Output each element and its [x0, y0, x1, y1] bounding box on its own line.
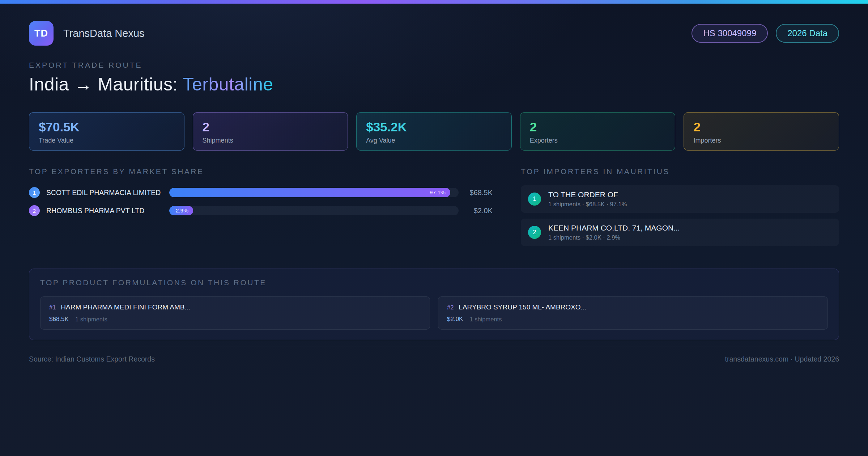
exporter-row[interactable]: 2 RHOMBUS PHARMA PVT LTD 2.9% $2.0K: [29, 203, 493, 218]
importer-meta: 1 shipments · $2.0K · 2.9%: [548, 234, 680, 241]
exporters-section: TOP EXPORTERS BY MARKET SHARE 1 SCOTT ED…: [29, 167, 493, 221]
formulations-heading: TOP PRODUCT FORMULATIONS ON THIS ROUTE: [40, 278, 828, 287]
stat-card-importers: 2 Importers: [684, 112, 839, 151]
importers-section: TOP IMPORTERS IN MAURITIUS 1 TO THE ORDE…: [521, 167, 839, 252]
exporter-name: SCOTT EDIL PHARMACIA LIMITED: [46, 189, 169, 197]
rank-badge: 1: [29, 187, 40, 198]
exporter-row[interactable]: 1 SCOTT EDIL PHARMACIA LIMITED 97.1% $68…: [29, 185, 493, 200]
market-share-percent: 2.9%: [176, 207, 193, 214]
exporter-name: RHOMBUS PHARMA PVT LTD: [46, 207, 169, 215]
stat-label: Trade Value: [39, 137, 175, 144]
formulation-card-title-row: #1 HARM PHARMA MEDI FINI FORM AMB...: [49, 303, 421, 311]
importers-list: 1 TO THE ORDER OF 1 shipments · $68.5K ·…: [521, 185, 839, 246]
page-container: TD TransData Nexus HS 30049099 2026 Data…: [0, 21, 868, 363]
importer-card[interactable]: 1 TO THE ORDER OF 1 shipments · $68.5K ·…: [521, 185, 839, 213]
rank-badge: 2: [528, 226, 541, 239]
importer-name: TO THE ORDER OF: [548, 190, 627, 199]
stat-card-avg-value: $35.2K Avg Value: [356, 112, 512, 151]
app-logo: TD: [29, 21, 54, 46]
market-share-bar-track: 97.1%: [169, 188, 459, 197]
stat-label: Exporters: [530, 137, 666, 144]
market-share-bar-fill: 97.1%: [169, 188, 450, 197]
formulations-cards: #1 HARM PHARMA MEDI FINI FORM AMB... $68…: [40, 296, 828, 330]
market-share-bar-fill: 2.9%: [169, 206, 193, 215]
brand-name: TransData Nexus: [63, 28, 145, 39]
stat-value: 2: [530, 120, 666, 134]
market-share-percent: 97.1%: [430, 189, 450, 196]
market-share-bar-track: 2.9%: [169, 206, 459, 215]
formulation-shipments: 1 shipments: [75, 316, 107, 323]
formulation-name: HARM PHARMA MEDI FINI FORM AMB...: [61, 303, 190, 311]
importer-text: KEEN PHARM CO.LTD. 71, MAGON... 1 shipme…: [548, 224, 680, 241]
stat-value: $35.2K: [366, 120, 502, 134]
middle-columns: TOP EXPORTERS BY MARKET SHARE 1 SCOTT ED…: [29, 167, 839, 252]
exporters-list: 1 SCOTT EDIL PHARMACIA LIMITED 97.1% $68…: [29, 185, 493, 218]
exporter-value: $2.0K: [459, 207, 493, 215]
importer-meta: 1 shipments · $68.5K · 97.1%: [548, 201, 627, 208]
rank-badge: 1: [528, 193, 541, 206]
footer-meta: transdatanexus.com · Updated 2026: [725, 355, 839, 363]
app-logo-text: TD: [34, 28, 48, 39]
formulation-shipments: 1 shipments: [469, 316, 502, 323]
formulation-rank: #2: [447, 304, 454, 311]
formulation-name: LARYBRO SYRUP 150 ML- AMBROXO...: [459, 303, 586, 311]
data-year-chip[interactable]: 2026 Data: [776, 24, 839, 43]
exporters-heading: TOP EXPORTERS BY MARKET SHARE: [29, 167, 493, 176]
footer-source: Source: Indian Customs Export Records: [29, 355, 155, 363]
rank-badge: 2: [29, 205, 40, 216]
product-name: Terbutaline: [183, 74, 273, 94]
formulation-card-meta-row: $68.5K 1 shipments: [49, 316, 421, 323]
stat-label: Avg Value: [366, 137, 502, 144]
formulation-card[interactable]: #2 LARYBRO SYRUP 150 ML- AMBROXO... $2.0…: [438, 296, 828, 330]
formulation-value: $2.0K: [447, 316, 463, 323]
formulation-card[interactable]: #1 HARM PHARMA MEDI FINI FORM AMB... $68…: [40, 296, 430, 330]
stat-card-trade-value: $70.5K Trade Value: [29, 112, 184, 151]
importer-name: KEEN PHARM CO.LTD. 71, MAGON...: [548, 224, 680, 232]
importer-text: TO THE ORDER OF 1 shipments · $68.5K · 9…: [548, 190, 627, 208]
stat-value: 2: [693, 120, 829, 134]
formulation-value: $68.5K: [49, 316, 69, 323]
page-title: India → Mauritius: Terbutaline: [29, 74, 839, 95]
importers-heading: TOP IMPORTERS IN MAURITIUS: [521, 167, 839, 176]
stat-card-shipments: 2 Shipments: [193, 112, 348, 151]
stat-label: Shipments: [203, 137, 339, 144]
eyebrow-label: EXPORT TRADE ROUTE: [29, 61, 839, 69]
stat-card-exporters: 2 Exporters: [520, 112, 676, 151]
route-text: India → Mauritius:: [29, 74, 183, 94]
importer-card[interactable]: 2 KEEN PHARM CO.LTD. 71, MAGON... 1 ship…: [521, 219, 839, 246]
exporter-value: $68.5K: [459, 189, 493, 197]
stat-label: Importers: [693, 137, 829, 144]
top-accent-bar: [0, 0, 868, 4]
formulation-card-meta-row: $2.0K 1 shipments: [447, 316, 819, 323]
header: TD TransData Nexus HS 30049099 2026 Data: [29, 21, 839, 46]
hs-code-chip[interactable]: HS 30049099: [692, 24, 768, 43]
footer: Source: Indian Customs Export Records tr…: [29, 346, 839, 363]
formulations-panel: TOP PRODUCT FORMULATIONS ON THIS ROUTE #…: [29, 269, 839, 340]
stat-value: 2: [203, 120, 339, 134]
stat-cards-row: $70.5K Trade Value 2 Shipments $35.2K Av…: [29, 112, 839, 151]
formulation-card-title-row: #2 LARYBRO SYRUP 150 ML- AMBROXO...: [447, 303, 819, 311]
stat-value: $70.5K: [39, 120, 175, 134]
formulation-rank: #1: [49, 304, 56, 311]
